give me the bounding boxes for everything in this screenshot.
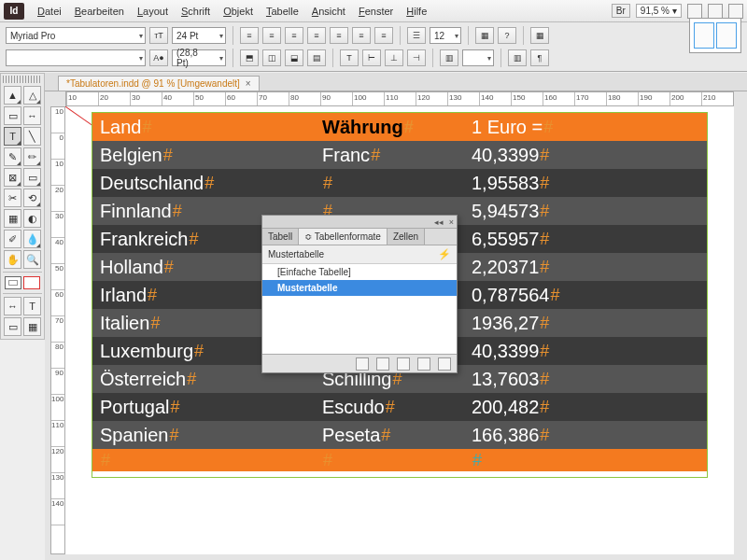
- table-cell[interactable]: 0,787564#: [464, 281, 707, 309]
- new-style-icon[interactable]: [417, 357, 430, 371]
- arrange-icon[interactable]: [728, 4, 743, 19]
- rectangle-frame-tool[interactable]: ⊠: [4, 168, 21, 187]
- horizontal-ruler[interactable]: 1020304050607080901001101201301401501601…: [65, 91, 734, 106]
- close-tab-icon[interactable]: ×: [246, 78, 251, 89]
- table-cell[interactable]: 40,3399#: [464, 337, 707, 365]
- rotate-0-icon[interactable]: T: [340, 49, 359, 66]
- table-cell[interactable]: Spanien#: [92, 421, 315, 449]
- menu-datei[interactable]: Datei: [32, 4, 67, 19]
- merge-cells-icon[interactable]: ▦: [475, 27, 494, 44]
- eyedropper-tool[interactable]: 💧: [23, 230, 41, 248]
- table-cell[interactable]: Belgien#: [92, 141, 315, 169]
- gap-tool[interactable]: ↔: [23, 106, 41, 125]
- panel-icon-1[interactable]: [356, 357, 369, 371]
- panel-collapse-icon[interactable]: ◂◂: [434, 217, 444, 227]
- rotate-270-icon[interactable]: ⊣: [407, 49, 426, 66]
- table-cell[interactable]: Escudo#: [315, 393, 464, 421]
- table-cell[interactable]: 2,20371#: [464, 253, 707, 281]
- page-tool[interactable]: ▭: [4, 106, 21, 125]
- delete-style-icon[interactable]: [438, 357, 451, 371]
- justify-full-icon[interactable]: ≡: [374, 27, 393, 44]
- justify-left-icon[interactable]: ≡: [307, 27, 326, 44]
- menu-layout[interactable]: Layout: [132, 4, 174, 19]
- menu-schrift[interactable]: Schrift: [176, 4, 216, 19]
- align-center-icon[interactable]: ≡: [262, 27, 281, 44]
- table-cell[interactable]: Peseta#: [315, 421, 464, 449]
- rows-combo[interactable]: 12: [430, 27, 461, 44]
- valign-justify-icon[interactable]: ▤: [307, 49, 326, 66]
- transform-tool[interactable]: ⟲: [23, 189, 41, 207]
- panel-tab-zellen[interactable]: Zellen: [388, 229, 425, 245]
- table-cell[interactable]: #: [315, 169, 464, 197]
- panel-style-list[interactable]: [Einfache Tabelle]Mustertabelle: [262, 264, 457, 354]
- panel-icon-2[interactable]: [376, 357, 389, 371]
- type-tool[interactable]: T: [4, 127, 21, 146]
- menu-tabelle[interactable]: Tabelle: [261, 4, 304, 19]
- page-preview[interactable]: [689, 18, 741, 53]
- note-tool[interactable]: ✐: [4, 230, 21, 248]
- justify-center-icon[interactable]: ≡: [330, 27, 348, 44]
- table-cell[interactable]: Portugal#: [92, 393, 315, 421]
- pen-tool[interactable]: ✎: [4, 147, 21, 166]
- align-right-icon[interactable]: ≡: [285, 27, 303, 44]
- screen-mode-icon[interactable]: [708, 4, 723, 19]
- valign-top-icon[interactable]: ⬒: [240, 49, 259, 66]
- panel-close-icon[interactable]: ×: [449, 217, 454, 227]
- menu-hilfe[interactable]: Hilfe: [401, 4, 432, 19]
- font-style-combo[interactable]: [6, 49, 146, 66]
- menu-objekt[interactable]: Objekt: [218, 4, 259, 19]
- valign-center-icon[interactable]: ◫: [262, 49, 281, 66]
- zoom-level[interactable]: 91,5 %▾: [636, 4, 682, 18]
- table-styles-panel[interactable]: ◂◂× Tabell ≎ Tabellenformate Zellen Must…: [261, 215, 458, 373]
- pencil-tool[interactable]: ✏: [23, 147, 41, 166]
- table-row[interactable]: Spanien#Peseta#166,386#: [92, 421, 707, 449]
- gradient-tool[interactable]: ▦: [4, 209, 21, 228]
- table-header-cell[interactable]: 1 Euro =#: [464, 113, 707, 141]
- table-cell[interactable]: Deutschland#: [92, 169, 315, 197]
- table-cell[interactable]: 6,55957#: [464, 225, 707, 253]
- view-options-icon[interactable]: [687, 4, 702, 19]
- style-panel-icon[interactable]: ¶: [530, 49, 549, 66]
- justify-right-icon[interactable]: ≡: [352, 27, 371, 44]
- vertical-ruler[interactable]: 100102030405060708090100110120130140: [50, 106, 65, 554]
- font-size-combo[interactable]: 24 Pt: [172, 27, 226, 44]
- table-header-cell[interactable]: Währung#: [315, 113, 464, 141]
- leading-combo[interactable]: (28,8 Pt): [172, 49, 226, 66]
- table-footer-row[interactable]: ###: [92, 449, 707, 477]
- font-family-combo[interactable]: Myriad Pro: [6, 27, 146, 44]
- zoom-tool[interactable]: 🔍: [23, 250, 41, 269]
- formatting-affects[interactable]: T: [23, 297, 41, 315]
- preview-view-icon[interactable]: ▦: [23, 317, 41, 336]
- normal-view-icon[interactable]: ▭: [4, 317, 21, 336]
- document-tab[interactable]: *Tabulatoren.indd @ 91 % [Umgewandelt] ×: [58, 76, 260, 91]
- table-cell[interactable]: 13,7603#: [464, 365, 707, 393]
- panel-tab-tabell[interactable]: Tabell: [262, 229, 299, 245]
- bridge-button[interactable]: Br: [612, 4, 630, 18]
- style-list-item[interactable]: Mustertabelle: [262, 280, 457, 296]
- selection-tool[interactable]: ▲: [4, 86, 21, 105]
- table-cell[interactable]: 200,482#: [464, 393, 707, 421]
- menu-bearbeiten[interactable]: Bearbeiten: [69, 4, 130, 19]
- align-left-icon[interactable]: ≡: [240, 27, 259, 44]
- table-row[interactable]: Belgien#Franc#40,3399#: [92, 141, 707, 169]
- table-cell[interactable]: 1936,27#: [464, 309, 707, 337]
- cols-combo[interactable]: [462, 49, 494, 66]
- fill-stroke-swap[interactable]: ↔: [4, 297, 21, 315]
- panel-header[interactable]: ◂◂×: [262, 216, 457, 229]
- rectangle-tool[interactable]: ▭: [23, 168, 41, 187]
- stroke-icon[interactable]: ▦: [530, 27, 549, 44]
- table-row[interactable]: Deutschland##1,95583#: [92, 169, 707, 197]
- table-header-cell[interactable]: Land#: [92, 113, 315, 141]
- panel-tab-tabellenformate[interactable]: ≎ Tabellenformate: [299, 229, 388, 245]
- clear-override-icon[interactable]: [397, 357, 410, 371]
- direct-selection-tool[interactable]: △: [23, 86, 41, 105]
- rotate-90-icon[interactable]: ⊢: [362, 49, 381, 66]
- table-row[interactable]: Portugal#Escudo#200,482#: [92, 393, 707, 421]
- menu-fenster[interactable]: Fenster: [353, 4, 399, 19]
- valign-bottom-icon[interactable]: ⬓: [285, 49, 303, 66]
- palette-grip[interactable]: [3, 76, 42, 83]
- table-cell[interactable]: 5,94573#: [464, 197, 707, 225]
- hand-tool[interactable]: ✋: [4, 250, 21, 269]
- table-cell[interactable]: 1,95583#: [464, 169, 707, 197]
- quick-apply-icon[interactable]: ⚡: [438, 248, 451, 260]
